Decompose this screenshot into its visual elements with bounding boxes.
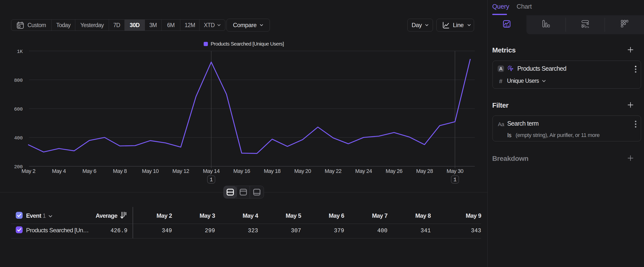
svg-text:1K: 1K xyxy=(17,49,23,55)
svg-text:400: 400 xyxy=(14,135,23,141)
svg-text:600: 600 xyxy=(14,106,23,112)
svg-text:May 6: May 6 xyxy=(82,168,96,174)
svg-text:May 24: May 24 xyxy=(355,168,372,174)
svg-text:May 26: May 26 xyxy=(386,168,402,174)
svg-text:May 8: May 8 xyxy=(113,168,127,174)
svg-text:May 2: May 2 xyxy=(22,168,36,174)
svg-text:May 10: May 10 xyxy=(142,168,159,174)
svg-text:May 22: May 22 xyxy=(325,168,342,174)
svg-text:May 16: May 16 xyxy=(234,168,250,174)
svg-text:May 14: May 14 xyxy=(203,168,220,174)
svg-text:May 18: May 18 xyxy=(264,168,280,174)
svg-text:May 30: May 30 xyxy=(447,168,464,174)
svg-text:May 12: May 12 xyxy=(172,168,189,174)
svg-text:May 4: May 4 xyxy=(52,168,66,174)
svg-text:1: 1 xyxy=(210,177,213,183)
svg-text:1: 1 xyxy=(453,177,456,183)
svg-text:May 28: May 28 xyxy=(416,168,433,174)
svg-text:800: 800 xyxy=(14,78,23,83)
svg-text:May 20: May 20 xyxy=(294,168,311,174)
